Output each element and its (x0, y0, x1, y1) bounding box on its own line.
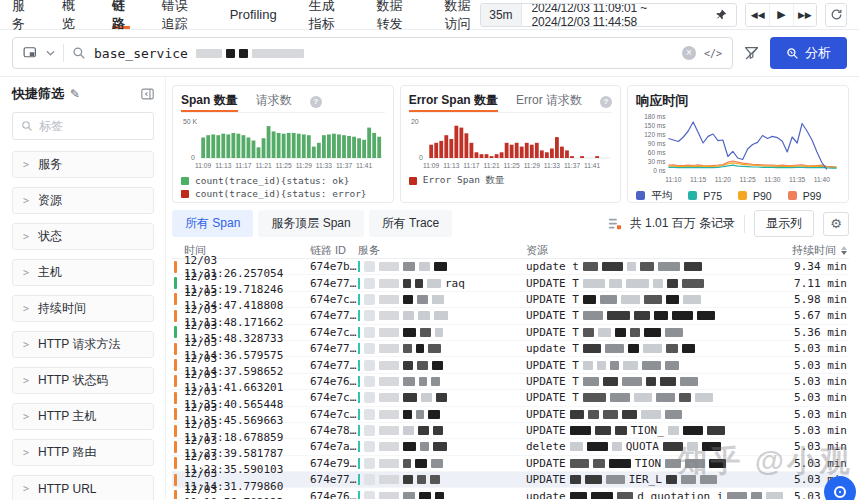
cell-trace-id[interactable]: 674e7b… (310, 260, 358, 273)
chevron-right-icon: > (23, 339, 29, 350)
nav-tab-2[interactable]: 概览 (62, 0, 80, 29)
cell-trace-id[interactable]: 674e77… (310, 473, 358, 486)
col-header-trace-id[interactable]: 链路 ID (310, 243, 358, 258)
nav-tab-8[interactable]: 数据访问 (444, 0, 480, 29)
table-row[interactable]: 12/03 11:10:56.702123674e76…updated_quot… (172, 488, 849, 499)
show-columns-button[interactable]: 显示列 (754, 210, 814, 237)
legend-item[interactable]: Error Span 数量 (409, 174, 613, 187)
cell-trace-id[interactable]: 674e7a… (310, 440, 358, 453)
legend-item[interactable]: P99 (788, 190, 822, 202)
tag-search-input[interactable]: 标签 (12, 112, 154, 140)
cell-trace-id[interactable]: 674e77… (310, 309, 358, 322)
chart-tab-2[interactable]: Error 请求数 (516, 91, 582, 112)
service-color-bar (358, 474, 360, 485)
info-icon[interactable]: ? (310, 96, 322, 108)
redacted-block (379, 426, 399, 435)
filter-group-8[interactable]: >HTTP 主机 (12, 403, 154, 430)
legend-item[interactable]: count(trace_id){status: error} (181, 187, 385, 200)
chevron-down-icon[interactable] (46, 50, 55, 56)
cell-trace-id[interactable]: 674e76… (310, 490, 358, 499)
floating-action-button[interactable] (824, 476, 856, 500)
rewind-button[interactable]: ◀◀ (746, 4, 769, 26)
view-switch-icon[interactable] (23, 46, 38, 60)
forward-button[interactable]: ▶▶ (793, 4, 816, 26)
date-range-text[interactable]: 2024/12/03 11:09:01 ~ 2024/12/03 11:44:5… (522, 3, 715, 27)
nav-tab-7[interactable]: 数据转发 (377, 0, 413, 29)
cell-trace-id[interactable]: 674e79… (310, 457, 358, 470)
svg-text:0: 0 (191, 154, 195, 161)
nav-tab-1[interactable]: 服务 (12, 0, 30, 29)
legend-item[interactable]: 平均 (636, 189, 672, 203)
status-indicator (174, 375, 177, 387)
table-settings-button[interactable]: ⚙ (823, 212, 849, 236)
collapse-sidebar-icon[interactable] (141, 88, 154, 100)
col-header-resource[interactable]: 资源 (526, 243, 783, 258)
filter-off-icon[interactable] (743, 45, 760, 61)
cell-trace-id[interactable]: 674e7c… (310, 326, 358, 339)
filter-group-5[interactable]: >持续时间 (12, 295, 154, 322)
service-color-bar (358, 491, 360, 499)
redacted-block (570, 475, 581, 484)
resource-text: update (526, 490, 566, 499)
cell-trace-id[interactable]: 674e77… (310, 342, 358, 355)
refresh-button[interactable] (825, 3, 847, 27)
nav-tab-5[interactable]: Profiling (230, 0, 277, 29)
cell-trace-id[interactable]: 674e76… (310, 375, 358, 388)
redacted-block (612, 442, 622, 451)
span-count-bar-chart[interactable]: 50 K011:0911:1311:1711:2111:2511:2911:33… (181, 113, 385, 171)
resource-fragment: QUOTA (626, 440, 659, 453)
cell-trace-id[interactable]: 674e77… (310, 277, 358, 290)
latency-line-chart[interactable]: 180 ms150 ms120 ms90 ms60 ms30 ms0 ns11:… (636, 111, 840, 185)
redacted-block (595, 426, 611, 435)
cell-trace-id[interactable]: 674e7c… (310, 293, 358, 306)
query-text[interactable]: base_service (94, 46, 188, 61)
cell-trace-id[interactable]: 674e78… (310, 424, 358, 437)
time-window-badge[interactable]: 35m (481, 4, 521, 26)
info-icon[interactable]: ? (600, 96, 612, 108)
legend-item[interactable]: count(trace_id){status: ok} (181, 174, 385, 187)
table-tab-2[interactable]: 服务顶层 Span (258, 210, 363, 237)
filter-group-4[interactable]: >主机 (12, 259, 154, 286)
time-range-picker[interactable]: 35m 2024/12/03 11:09:01 ~ 2024/12/03 11:… (480, 3, 737, 27)
play-button[interactable]: ▶ (769, 4, 792, 26)
col-header-service[interactable]: 服务 (358, 243, 526, 258)
legend-item[interactable]: P90 (738, 190, 772, 202)
clear-icon[interactable]: × (682, 46, 696, 60)
legend-item[interactable]: P75 (688, 190, 722, 202)
error-span-bar-chart[interactable]: 20011:0911:1311:1711:2111:2511:2911:3311… (409, 113, 613, 171)
table-tab-3[interactable]: 所有 Trace (369, 210, 453, 237)
chart-tab-2[interactable]: 请求数 (256, 91, 292, 112)
cell-trace-id[interactable]: 674e7c… (310, 408, 358, 421)
chart-tab-1[interactable]: Span 数量 (181, 91, 238, 112)
sort-icon[interactable] (841, 246, 847, 255)
filter-group-3[interactable]: >状态 (12, 223, 154, 250)
redacted-block (379, 492, 399, 499)
redacted-block (435, 328, 443, 337)
service-color-bar (358, 392, 360, 403)
code-mode-icon[interactable]: </> (704, 48, 722, 59)
pin-icon[interactable] (714, 9, 736, 21)
redacted-block (379, 377, 399, 386)
filter-group-6[interactable]: >HTTP 请求方法 (12, 331, 154, 358)
redacted-block (420, 328, 431, 337)
analyze-button[interactable]: 分析 (770, 37, 847, 69)
resource-text: update T (526, 342, 579, 355)
filter-group-7[interactable]: >HTTP 状态码 (12, 367, 154, 394)
filter-group-1[interactable]: >服务 (12, 151, 154, 178)
nav-tab-6[interactable]: 生成指标 (309, 0, 345, 29)
search-input[interactable]: base_service × </> (12, 37, 733, 69)
redacted-block (416, 410, 424, 419)
filter-group-9[interactable]: >HTTP 路由 (12, 439, 154, 466)
nav-tab-4[interactable]: 错误追踪 (162, 0, 198, 29)
edit-filters-icon[interactable]: ✎ (70, 87, 80, 101)
chart-tab-1[interactable]: Error Span 数量 (409, 91, 498, 112)
redacted-block (379, 328, 399, 337)
cell-trace-id[interactable]: 674e77… (310, 359, 358, 372)
nav-tab-3[interactable]: 链路 (112, 0, 130, 29)
filter-group-10[interactable]: >HTTP URL (12, 475, 154, 500)
col-header-duration[interactable]: 持续时间 (783, 243, 847, 258)
cell-trace-id[interactable]: 674e7c… (310, 391, 358, 404)
filter-group-2[interactable]: >资源 (12, 187, 154, 214)
table-tab-1[interactable]: 所有 Span (172, 210, 253, 237)
svg-text:90 ms: 90 ms (648, 140, 666, 147)
